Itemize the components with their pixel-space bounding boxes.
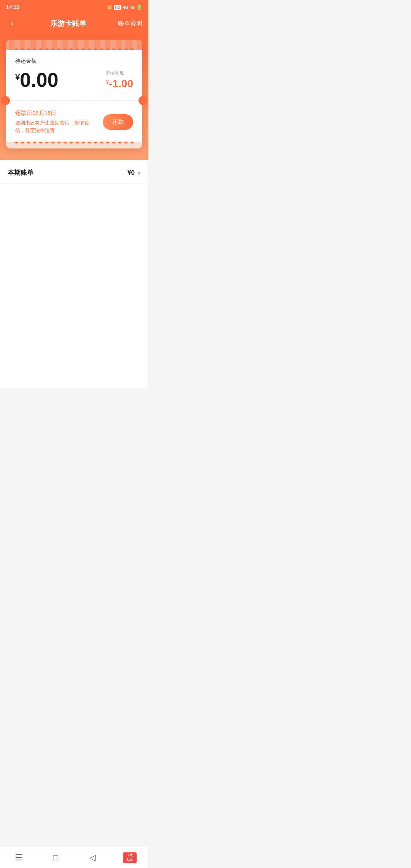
separator-line: [2, 101, 147, 101]
dot-19: [124, 48, 128, 50]
remaining-amount-value: -1.00: [109, 78, 133, 90]
dot-20: [130, 48, 134, 50]
bdot-10: [69, 142, 73, 144]
bdot-17: [112, 142, 116, 144]
dot-15: [100, 48, 104, 50]
pending-amount-value: 0.00: [20, 70, 58, 90]
bdot-20: [130, 142, 134, 144]
payment-left: 还款日08月15日 逾期未还将产生逾期费用，影响征信，甚至法律追责: [15, 110, 97, 134]
dot-3: [27, 48, 30, 50]
dot-9: [63, 48, 67, 50]
bdot-13: [88, 142, 91, 144]
dot-5: [39, 48, 43, 50]
dot-7: [51, 48, 55, 50]
bdot-1: [14, 142, 18, 144]
bdot-12: [81, 142, 85, 144]
signal-4g-icon: 4G: [123, 5, 128, 10]
dot-6: [45, 48, 49, 50]
bdot-16: [106, 142, 110, 144]
dot-14: [94, 48, 97, 50]
card-body: 待还金额 ¥ 0.00 剩余额度 ¥ -1.00: [6, 50, 142, 90]
bill-explanation-link[interactable]: 账单说明: [118, 20, 142, 28]
status-bar: 14:33 📶 HD 4G 4G 🔋: [0, 0, 148, 14]
bdot-11: [75, 142, 79, 144]
bdot-9: [63, 142, 67, 144]
dot-2: [21, 48, 24, 50]
perforated-dots-bottom: [14, 142, 134, 144]
content-area: 本期账单 ¥0 ∧: [0, 160, 148, 388]
section-divider: [98, 67, 98, 90]
network-icon: HD: [114, 5, 121, 10]
remaining-section: 剩余额度 ¥ -1.00: [106, 70, 133, 90]
pending-label: 待还金额: [15, 58, 133, 65]
dot-8: [57, 48, 61, 50]
back-icon: ‹: [11, 19, 13, 29]
signal-4g2-icon: 4G: [130, 5, 135, 10]
bill-amount-row: ¥0 ∧: [127, 169, 141, 177]
bdot-6: [45, 142, 49, 144]
card-bottom-edge: [6, 142, 142, 148]
dot-1: [14, 48, 18, 50]
card-top-edge: [6, 40, 142, 50]
header: ‹ 乐游卡账单 账单说明: [0, 14, 148, 35]
dot-12: [81, 48, 85, 50]
amount-row: ¥ 0.00 剩余额度 ¥ -1.00: [15, 67, 133, 90]
payment-warning: 逾期未还将产生逾期费用，影响征信，甚至法律追责: [15, 119, 97, 134]
remaining-currency-symbol: ¥: [106, 79, 109, 85]
dot-10: [69, 48, 73, 50]
page-title: 乐游卡账单: [50, 19, 86, 29]
back-button[interactable]: ‹: [6, 18, 18, 30]
bdot-8: [57, 142, 61, 144]
bdot-3: [27, 142, 30, 144]
payment-date: 还款日08月15日: [15, 110, 97, 117]
main-section: 待还金额 ¥ 0.00 剩余额度 ¥ -1.00: [0, 35, 148, 160]
remaining-label: 剩余额度: [106, 70, 133, 76]
bdot-5: [39, 142, 43, 144]
bdot-19: [124, 142, 128, 144]
battery-icon: 🔋: [136, 5, 142, 10]
bdot-4: [33, 142, 37, 144]
notch-left: [1, 96, 10, 105]
bill-section-title: 本期账单: [8, 168, 33, 177]
card-bottom: 还款日08月15日 逾期未还将产生逾期费用，影响征信，甚至法律追责 还款: [6, 110, 142, 142]
pay-button[interactable]: 还款: [103, 114, 133, 130]
card-separator: [6, 96, 142, 105]
status-time: 14:33: [6, 4, 20, 10]
currency-symbol: ¥: [15, 72, 20, 82]
notch-right: [139, 96, 148, 105]
payment-info: 还款日08月15日 逾期未还将产生逾期费用，影响征信，甚至法律追责 还款: [15, 110, 133, 134]
bdot-7: [51, 142, 55, 144]
dot-4: [33, 48, 37, 50]
bill-card: 待还金额 ¥ 0.00 剩余额度 ¥ -1.00: [6, 40, 142, 148]
bill-section-header[interactable]: 本期账单 ¥0 ∧: [0, 160, 148, 183]
bdot-15: [100, 142, 104, 144]
remaining-amount-row: ¥ -1.00: [106, 78, 133, 90]
dot-17: [112, 48, 116, 50]
status-icons: 📶 HD 4G 4G 🔋: [107, 5, 142, 10]
wifi-icon: 📶: [107, 5, 112, 10]
chevron-up-icon: ∧: [137, 170, 141, 176]
dot-18: [118, 48, 122, 50]
dot-11: [75, 48, 79, 50]
bdot-2: [21, 142, 24, 144]
bdot-18: [118, 142, 122, 144]
pending-amount-section: ¥ 0.00: [15, 70, 90, 90]
dot-16: [106, 48, 110, 50]
bdot-14: [94, 142, 97, 144]
perforated-dots-top: [14, 48, 134, 50]
bill-amount-value: ¥0: [127, 169, 135, 177]
dot-13: [88, 48, 91, 50]
